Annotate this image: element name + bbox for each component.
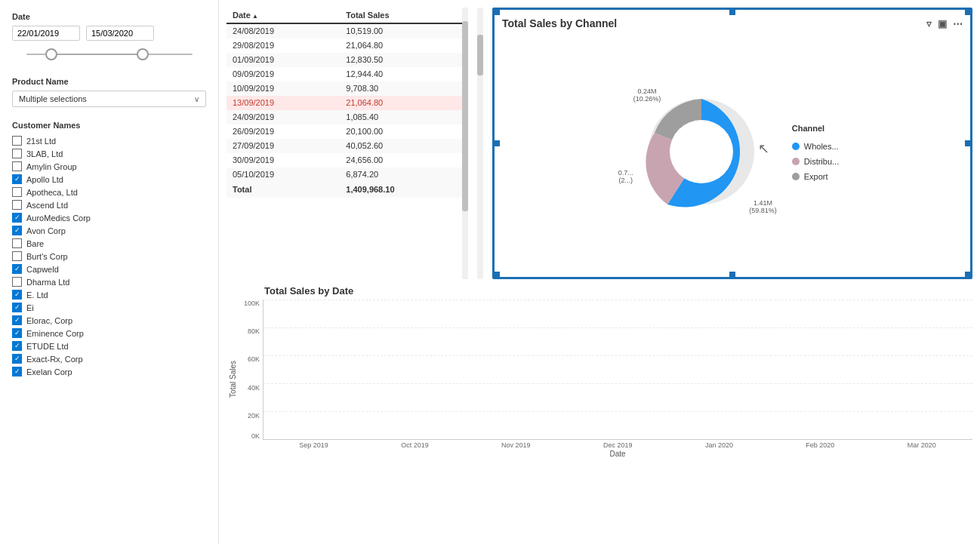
resize-handle-tr[interactable] bbox=[965, 9, 971, 15]
expand-icon[interactable]: ▣ bbox=[938, 18, 947, 29]
total-label: Total bbox=[227, 182, 340, 198]
customer-item[interactable]: Ei bbox=[12, 301, 206, 314]
filter-icon[interactable]: ▿ bbox=[926, 18, 932, 29]
date-end-input[interactable] bbox=[86, 26, 154, 41]
customer-item[interactable]: ETUDE Ltd bbox=[12, 340, 206, 352]
slider-fill bbox=[51, 54, 143, 55]
cell-date: 27/09/2019 bbox=[227, 139, 340, 153]
table-row: 01/09/201912,830.50 bbox=[227, 53, 468, 67]
customer-name: AuroMedics Corp bbox=[26, 214, 91, 223]
bar-group bbox=[770, 300, 871, 439]
customer-checkbox[interactable] bbox=[12, 290, 22, 300]
col-date[interactable]: Date bbox=[227, 8, 340, 23]
customer-item[interactable]: Apollo Ltd bbox=[12, 173, 206, 186]
customer-name: ETUDE Ltd bbox=[26, 342, 69, 351]
cell-sales: 20,100.00 bbox=[340, 124, 468, 139]
cell-date: 05/10/2019 bbox=[227, 168, 340, 182]
customer-item[interactable]: Ascend Ltd bbox=[12, 198, 206, 211]
resize-handle-br[interactable] bbox=[965, 272, 971, 278]
x-label-dec: Dec 2019 bbox=[603, 441, 633, 449]
bar-chart-inner-wrapper: 100K 80K 60K 40K 20K 0K bbox=[239, 300, 972, 458]
customer-name: 21st Ltd bbox=[26, 137, 56, 146]
customer-item[interactable]: 3LAB, Ltd bbox=[12, 147, 206, 160]
sales-table-container: Date Total Sales 24/08/201910,519.0029/0… bbox=[227, 8, 468, 279]
customer-item[interactable]: Elorac, Corp bbox=[12, 314, 206, 327]
customer-checkbox[interactable] bbox=[12, 161, 22, 171]
legend-item-export: Export bbox=[792, 172, 839, 181]
table-scrollbar[interactable] bbox=[462, 8, 468, 279]
x-label-jan: Jan 2020 bbox=[705, 441, 733, 449]
resize-handle-tm[interactable] bbox=[729, 9, 735, 15]
customer-item[interactable]: Exelan Corp bbox=[12, 365, 206, 378]
product-dropdown[interactable]: Multiple selections ∨ bbox=[12, 91, 206, 107]
customer-checkbox[interactable] bbox=[12, 187, 22, 197]
col-sales[interactable]: Total Sales bbox=[340, 8, 468, 23]
customer-item[interactable]: 21st Ltd bbox=[12, 134, 206, 147]
table-row: 13/09/201921,064.80 bbox=[227, 96, 468, 110]
customer-checkbox[interactable] bbox=[12, 238, 22, 248]
bar-group bbox=[669, 300, 770, 439]
x-axis-labels: Sep 2019 Oct 2019 Nov 2019 Dec 2019 Jan … bbox=[263, 441, 972, 449]
customer-checkbox[interactable] bbox=[12, 315, 22, 325]
customer-filter-section: Customer Names 21st Ltd3LAB, LtdAmylin G… bbox=[12, 121, 206, 378]
customer-item[interactable]: Avon Corp bbox=[12, 224, 206, 237]
cell-date: 09/09/2019 bbox=[227, 67, 340, 81]
customer-checkbox[interactable] bbox=[12, 277, 22, 287]
customer-item[interactable]: AuroMedics Corp bbox=[12, 211, 206, 224]
slider-thumb-left[interactable] bbox=[45, 48, 57, 60]
customer-name: Apollo Ltd bbox=[26, 175, 63, 184]
customer-item[interactable]: Amylin Group bbox=[12, 160, 206, 173]
cell-date: 24/08/2019 bbox=[227, 23, 340, 38]
customer-item[interactable]: Capweld bbox=[12, 263, 206, 275]
customer-checkbox[interactable] bbox=[12, 367, 22, 376]
donut-area: 0.24M (10.26%) 0.7... (2...) 1.41M (59.8… bbox=[502, 35, 963, 269]
ytick-60k: 60K bbox=[248, 355, 260, 363]
resize-handle-tl[interactable] bbox=[494, 9, 500, 15]
date-label: Date bbox=[12, 12, 206, 21]
customer-checkbox[interactable] bbox=[12, 303, 22, 312]
customer-checkbox[interactable] bbox=[12, 200, 22, 210]
customer-checkbox[interactable] bbox=[12, 174, 22, 184]
customer-checkbox[interactable] bbox=[12, 226, 22, 235]
bar-group bbox=[567, 300, 668, 439]
customer-checkbox[interactable] bbox=[12, 354, 22, 364]
more-icon[interactable]: ⋯ bbox=[953, 18, 963, 29]
date-start-input[interactable] bbox=[12, 26, 80, 41]
cell-date: 29/08/2019 bbox=[227, 38, 340, 53]
resize-handle-bl[interactable] bbox=[494, 272, 500, 278]
x-label-nov: Nov 2019 bbox=[501, 441, 531, 449]
ytick-20k: 20K bbox=[248, 412, 260, 420]
date-slider bbox=[12, 45, 206, 63]
product-label: Product Name bbox=[12, 77, 206, 86]
customer-item[interactable]: Eminence Corp bbox=[12, 327, 206, 340]
customer-checkbox[interactable] bbox=[12, 136, 22, 146]
customer-item[interactable]: E. Ltd bbox=[12, 288, 206, 301]
legend-item-wholesale: Wholes... bbox=[792, 142, 839, 151]
middle-scrollbar-thumb bbox=[477, 35, 483, 75]
customer-checkbox[interactable] bbox=[12, 213, 22, 223]
resize-handle-bm[interactable] bbox=[729, 272, 735, 278]
customer-name: Amylin Group bbox=[26, 162, 77, 171]
customer-item[interactable]: Dharma Ltd bbox=[12, 275, 206, 288]
product-value: Multiple selections bbox=[19, 94, 87, 103]
customer-checkbox[interactable] bbox=[12, 251, 22, 261]
ytick-40k: 40K bbox=[248, 384, 260, 392]
cell-sales: 24,656.00 bbox=[340, 153, 468, 168]
bars-area bbox=[263, 300, 972, 440]
y-axis-label: Total Sales bbox=[229, 361, 237, 398]
customer-item[interactable]: Apotheca, Ltd bbox=[12, 186, 206, 198]
customer-checkbox[interactable] bbox=[12, 328, 22, 338]
resize-handle-mr[interactable] bbox=[965, 140, 971, 146]
customer-item[interactable]: Exact-Rx, Corp bbox=[12, 352, 206, 365]
customer-checkbox[interactable] bbox=[12, 264, 22, 274]
sidebar: Date Product Name Multiple selections ∨ bbox=[0, 0, 219, 544]
customer-checkbox[interactable] bbox=[12, 341, 22, 351]
customer-item[interactable]: Bare bbox=[12, 237, 206, 250]
customer-item[interactable]: Burt's Corp bbox=[12, 250, 206, 263]
middle-scrollbar[interactable] bbox=[477, 8, 483, 279]
customer-checkbox[interactable] bbox=[12, 149, 22, 158]
slider-thumb-right[interactable] bbox=[137, 48, 149, 60]
customer-name: Apotheca, Ltd bbox=[26, 188, 78, 197]
resize-handle-ml[interactable] bbox=[494, 140, 500, 146]
annotation-text-3: 1.41M bbox=[749, 199, 777, 207]
